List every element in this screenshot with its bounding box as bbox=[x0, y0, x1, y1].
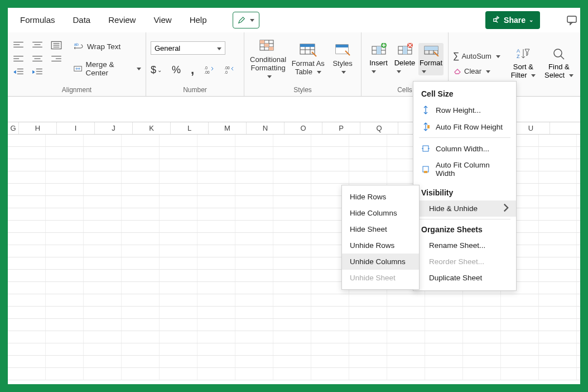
share-label: Share bbox=[504, 16, 526, 25]
menu-item-duplicate-sheet[interactable]: Duplicate Sheet bbox=[413, 270, 516, 286]
tab-bar: Formulas Data Review View Help Share ⌄ bbox=[8, 8, 580, 32]
submenu-hide-rows[interactable]: Hide Rows bbox=[342, 189, 419, 205]
clear-button[interactable]: Clear bbox=[453, 66, 500, 75]
col-header[interactable]: L bbox=[171, 122, 209, 134]
svg-rect-40 bbox=[269, 47, 273, 50]
col-header[interactable]: H bbox=[19, 122, 57, 134]
chevron-down-icon bbox=[494, 52, 500, 60]
svg-text:.00: .00 bbox=[204, 70, 210, 74]
menu-item-label: Rename Sheet... bbox=[429, 241, 485, 250]
sort-filter-button[interactable]: AZ Sort & Filter bbox=[508, 47, 538, 79]
wrap-text-label: Wrap Text bbox=[87, 42, 121, 51]
menu-item-column-width[interactable]: Column Width... bbox=[413, 140, 516, 157]
increase-indent-icon[interactable] bbox=[31, 67, 44, 77]
svg-text:Z: Z bbox=[517, 54, 520, 59]
tab-data[interactable]: Data bbox=[73, 15, 91, 25]
chevron-down-icon bbox=[339, 68, 346, 77]
chevron-down-icon bbox=[248, 15, 254, 25]
format-label: Format bbox=[420, 59, 442, 67]
menu-section-organize: Organize Sheets bbox=[413, 222, 516, 237]
col-header[interactable]: M bbox=[209, 122, 247, 134]
decrease-decimal-button[interactable]: .00.0 bbox=[224, 63, 234, 77]
submenu-unhide-columns[interactable]: Unhide Columns bbox=[342, 254, 419, 270]
merge-center-button[interactable]: Merge & Center bbox=[74, 60, 141, 77]
chevron-down-icon bbox=[484, 67, 490, 75]
insert-label: Insert bbox=[369, 59, 388, 67]
comma-style-button[interactable]: , bbox=[191, 63, 194, 77]
menu-item-label: Auto Fit Row Height bbox=[436, 123, 503, 131]
insert-cells-button[interactable]: Insert bbox=[366, 43, 391, 75]
currency-button[interactable]: $ ⌄ bbox=[151, 63, 162, 77]
cell-styles-button[interactable]: Styles bbox=[329, 42, 356, 77]
group-label-number: Number bbox=[146, 86, 244, 96]
decrease-indent-icon[interactable] bbox=[12, 67, 25, 77]
find-select-button[interactable]: Find & Select bbox=[544, 47, 574, 79]
col-header[interactable]: Q bbox=[360, 122, 398, 134]
menu-item-hide-unhide[interactable]: Hide & Unhide bbox=[413, 200, 516, 217]
increase-decimal-button[interactable]: .0.00 bbox=[204, 63, 214, 77]
chevron-down-icon bbox=[567, 71, 573, 79]
comments-button[interactable] bbox=[563, 12, 580, 28]
align-top-left-icon[interactable] bbox=[12, 40, 25, 50]
menu-item-row-height[interactable]: Row Height... bbox=[413, 102, 516, 118]
chevron-down-icon bbox=[420, 67, 426, 75]
percent-button[interactable]: % bbox=[172, 63, 181, 77]
conditional-formatting-button[interactable]: Conditional Formatting bbox=[249, 38, 287, 81]
svg-rect-39 bbox=[264, 44, 269, 47]
draw-pen-button[interactable] bbox=[233, 12, 259, 28]
cell-styles-label: Styles bbox=[332, 59, 352, 68]
share-button[interactable]: Share ⌄ bbox=[485, 11, 540, 29]
tab-help[interactable]: Help bbox=[190, 15, 207, 25]
svg-rect-28 bbox=[74, 66, 82, 71]
tab-formulas[interactable]: Formulas bbox=[20, 15, 55, 25]
chevron-down-icon bbox=[215, 44, 221, 52]
align-top-right-icon[interactable] bbox=[50, 40, 62, 50]
format-cells-button[interactable]: Format bbox=[418, 43, 444, 75]
tab-review[interactable]: Review bbox=[108, 15, 136, 25]
align-top-center-icon[interactable] bbox=[31, 40, 44, 50]
menu-item-rename-sheet[interactable]: Rename Sheet... bbox=[413, 237, 516, 254]
delete-label: Delete bbox=[394, 59, 416, 67]
submenu-hide-sheet[interactable]: Hide Sheet bbox=[342, 221, 419, 237]
align-center-icon[interactable] bbox=[31, 54, 44, 64]
alignment-grid bbox=[12, 40, 64, 78]
svg-rect-1 bbox=[567, 16, 576, 22]
col-header[interactable]: K bbox=[133, 122, 171, 134]
menu-item-autofit-column[interactable]: Auto Fit Column Width bbox=[413, 157, 516, 181]
svg-rect-42 bbox=[300, 44, 315, 47]
autosum-label: AutoSum bbox=[461, 52, 491, 60]
col-header[interactable]: J bbox=[95, 122, 133, 134]
menu-item-label: Row Height... bbox=[436, 106, 481, 114]
svg-point-68 bbox=[554, 49, 562, 57]
col-header[interactable]: O bbox=[285, 122, 322, 134]
svg-rect-38 bbox=[260, 40, 264, 44]
submenu-unhide-rows[interactable]: Unhide Rows bbox=[342, 237, 419, 254]
format-as-table-button[interactable]: Format As Table bbox=[291, 42, 325, 77]
col-header[interactable]: P bbox=[322, 122, 360, 134]
menu-item-label: Duplicate Sheet bbox=[429, 274, 482, 282]
align-right-icon[interactable] bbox=[50, 54, 62, 64]
delete-cells-button[interactable]: Delete bbox=[392, 43, 417, 75]
wrap-text-button[interactable]: ab Wrap Text bbox=[74, 41, 141, 51]
menu-section-cell-size: Cell Size bbox=[413, 86, 516, 102]
col-header[interactable]: U bbox=[512, 122, 550, 134]
group-label-styles: Styles bbox=[244, 86, 361, 96]
chevron-down-icon bbox=[265, 72, 272, 80]
svg-rect-59 bbox=[403, 46, 407, 54]
align-left-icon[interactable] bbox=[12, 54, 25, 64]
chevron-down-icon bbox=[529, 71, 536, 79]
submenu-unhide-sheet: Unhide Sheet bbox=[342, 270, 419, 286]
col-header[interactable]: N bbox=[247, 122, 285, 134]
col-header[interactable]: I bbox=[57, 122, 95, 134]
number-format-select[interactable]: General bbox=[151, 41, 225, 55]
menu-item-reorder-sheet: Reorder Sheet... bbox=[413, 254, 516, 270]
hide-unhide-submenu: Hide Rows Hide Columns Hide Sheet Unhide… bbox=[341, 185, 420, 290]
chevron-down-icon bbox=[315, 68, 321, 77]
menu-item-autofit-row[interactable]: Auto Fit Row Height bbox=[413, 118, 516, 135]
merge-center-label: Merge & Center bbox=[85, 60, 131, 77]
svg-text:.0: .0 bbox=[204, 66, 208, 70]
tab-view[interactable]: View bbox=[153, 15, 171, 25]
col-header[interactable]: G bbox=[8, 122, 19, 134]
autosum-button[interactable]: ∑ AutoSum bbox=[453, 51, 500, 61]
submenu-hide-columns[interactable]: Hide Columns bbox=[342, 205, 419, 221]
